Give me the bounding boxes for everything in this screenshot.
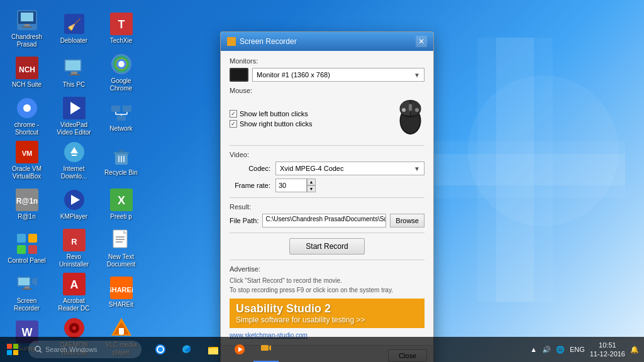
icon-new-text-document[interactable]: New Text Document bbox=[97, 226, 145, 270]
taskbar-app-edge[interactable] bbox=[174, 337, 199, 362]
icon-control-panel[interactable]: Control Panel bbox=[3, 226, 50, 270]
icon-internet-download[interactable]: Internet Downlo... bbox=[50, 138, 97, 182]
taskbar-clock[interactable]: 10:51 11-12-2016 bbox=[590, 341, 625, 359]
svg-rect-67 bbox=[22, 288, 32, 290]
icon-debloater[interactable]: 🧹 Debloater bbox=[50, 6, 97, 50]
dialog-title-area: Screen Recorder bbox=[227, 37, 297, 46]
icon-chandresh-prasad[interactable]: ChandreshPrasad bbox=[3, 6, 50, 50]
show-left-clicks-label[interactable]: ✓ Show left button clicks bbox=[230, 110, 313, 118]
start-button[interactable] bbox=[0, 337, 25, 362]
icon-acrobat-reader-label: Acrobat Reader DC bbox=[53, 297, 94, 312]
icon-chandresh-prasad-label: ChandreshPrasad bbox=[11, 33, 42, 48]
edge-icon bbox=[181, 344, 192, 355]
icon-shareit[interactable]: SHAREit SHAREit bbox=[97, 270, 145, 314]
taskbar-notification[interactable]: 🔔 bbox=[630, 346, 639, 354]
spinner-up[interactable]: ▲ bbox=[307, 178, 316, 185]
file-path-input[interactable]: C:\Users\Chandresh Prasad\Documents\Scre… bbox=[262, 214, 386, 228]
control-panel-icon bbox=[16, 233, 38, 255]
taskbar-app-screen-recorder[interactable] bbox=[253, 337, 279, 362]
svg-point-25 bbox=[23, 104, 31, 112]
taskbar-show-hidden[interactable]: ▲ bbox=[530, 346, 537, 353]
icon-network-label: Network bbox=[109, 125, 133, 133]
svg-rect-42 bbox=[119, 150, 124, 152]
taskbar-lang: ENG bbox=[570, 346, 585, 353]
icon-screen-recorder-label: Screen Recorder bbox=[6, 297, 47, 312]
show-left-clicks-checkbox[interactable]: ✓ bbox=[230, 110, 237, 118]
svg-rect-88 bbox=[409, 104, 412, 111]
svg-rect-65 bbox=[18, 278, 30, 285]
daemon-tools-icon bbox=[63, 317, 86, 339]
show-right-clicks-checkbox[interactable]: ✓ bbox=[230, 120, 237, 128]
ad-subtitle: Simple software for usability testing >> bbox=[236, 315, 418, 324]
codec-dropdown[interactable]: Xvid MPEG-4 Codec ▼ bbox=[275, 162, 425, 175]
svg-rect-103 bbox=[261, 345, 269, 351]
icon-this-pc[interactable]: This PC bbox=[50, 50, 97, 94]
explorer-icon bbox=[208, 344, 219, 355]
icon-revo-uninstaller-label: Revo Uninstaller bbox=[53, 253, 94, 268]
taskbar-network[interactable]: 🌐 bbox=[556, 346, 565, 354]
recycle-bin-icon bbox=[110, 145, 133, 167]
divider-3 bbox=[230, 233, 425, 233]
icon-nch-suite[interactable]: NCH NCH Suite bbox=[3, 50, 50, 94]
svg-rect-30 bbox=[117, 116, 126, 121]
icon-internet-download-label: Internet Downlo... bbox=[53, 165, 94, 180]
dialog-app-icon bbox=[227, 37, 236, 46]
ad-banner[interactable]: Usability Studio 2 Simple software for u… bbox=[230, 299, 425, 328]
network-icon bbox=[110, 101, 133, 123]
icon-recycle-bin[interactable]: Recycle Bin bbox=[97, 138, 145, 182]
dialog-close-button[interactable]: ✕ bbox=[416, 36, 427, 47]
ad-title: Usability Studio 2 bbox=[236, 302, 418, 315]
monitors-section-label: Monitors: bbox=[230, 57, 425, 65]
icon-screen-recorder[interactable]: Screen Recorder bbox=[3, 270, 50, 314]
techxie-icon: T bbox=[110, 13, 133, 35]
taskbar-app-explorer[interactable] bbox=[201, 337, 226, 362]
svg-marker-104 bbox=[269, 345, 271, 351]
codec-label: Codec: bbox=[230, 165, 270, 172]
taskbar-pinned-apps bbox=[148, 337, 279, 362]
desktop: ChandreshPrasad 🧹 Debloater T TechXie bbox=[0, 0, 644, 362]
taskbar-app-media[interactable] bbox=[227, 337, 252, 362]
icon-oracle-vm[interactable]: VM Oracle VM VirtualBox bbox=[3, 138, 50, 182]
taskbar: Search Windows bbox=[0, 337, 644, 362]
monitor-row: Monitor #1 (1360 x 768) ▼ bbox=[230, 68, 425, 82]
icon-chrome-shortcut-label: chrome - Shortcut bbox=[6, 121, 47, 136]
show-right-clicks-label[interactable]: ✓ Show right button clicks bbox=[230, 120, 313, 128]
frame-rate-input[interactable]: 30 bbox=[275, 178, 307, 192]
icon-revo-uninstaller[interactable]: R Revo Uninstaller bbox=[50, 226, 97, 270]
icon-videopad[interactable]: VideoPad Video Editor bbox=[50, 94, 97, 138]
browse-button[interactable]: Browse bbox=[390, 214, 425, 228]
icon-kmplayer[interactable]: KMPlayer bbox=[50, 182, 97, 226]
shareit-icon: SHAREit bbox=[110, 277, 133, 299]
oracle-vm-icon: VM bbox=[16, 141, 38, 163]
icon-network[interactable]: Network bbox=[97, 94, 145, 138]
result-section-label: Result: bbox=[230, 203, 425, 211]
taskbar-search-placeholder: Search Windows bbox=[45, 346, 97, 353]
frame-rate-spinner[interactable]: ▲ ▼ bbox=[307, 178, 316, 192]
svg-text:R@1n: R@1n bbox=[16, 197, 37, 206]
mouse-section-label: Mouse: bbox=[230, 87, 425, 94]
spinner-down[interactable]: ▼ bbox=[307, 185, 316, 192]
preeti-p-icon: X bbox=[110, 189, 133, 211]
taskbar-search[interactable]: Search Windows bbox=[28, 341, 142, 358]
svg-rect-17 bbox=[65, 60, 80, 70]
icon-preeti-p[interactable]: X Preeti p bbox=[97, 182, 145, 226]
start-record-button[interactable]: Start Record bbox=[289, 238, 365, 255]
monitor-dropdown[interactable]: Monitor #1 (1360 x 768) ▼ bbox=[252, 68, 425, 82]
taskbar-app-cortana[interactable] bbox=[148, 337, 173, 362]
svg-rect-55 bbox=[28, 245, 37, 254]
icon-r01n[interactable]: R@1n R@1n bbox=[3, 182, 50, 226]
svg-point-80 bbox=[119, 331, 123, 335]
taskbar-speaker[interactable]: 🔊 bbox=[542, 346, 551, 354]
icon-chrome-shortcut[interactable]: chrome - Shortcut bbox=[3, 94, 50, 138]
icon-new-text-document-label: New Text Document bbox=[101, 253, 142, 268]
kmplayer-icon bbox=[63, 189, 86, 211]
advertise-line-1: Click "Start Record" to record the movie… bbox=[230, 276, 425, 285]
internet-download-icon bbox=[63, 141, 86, 163]
windows-start-icon bbox=[7, 344, 18, 355]
svg-text:X: X bbox=[117, 194, 125, 207]
icon-google-chrome[interactable]: Google Chrome bbox=[97, 50, 145, 94]
icon-acrobat-reader[interactable]: A Acrobat Reader DC bbox=[50, 270, 97, 314]
icon-techxie[interactable]: T TechXie bbox=[97, 6, 145, 50]
svg-text:NCH: NCH bbox=[19, 65, 35, 74]
screen-recorder-icon bbox=[16, 273, 38, 295]
